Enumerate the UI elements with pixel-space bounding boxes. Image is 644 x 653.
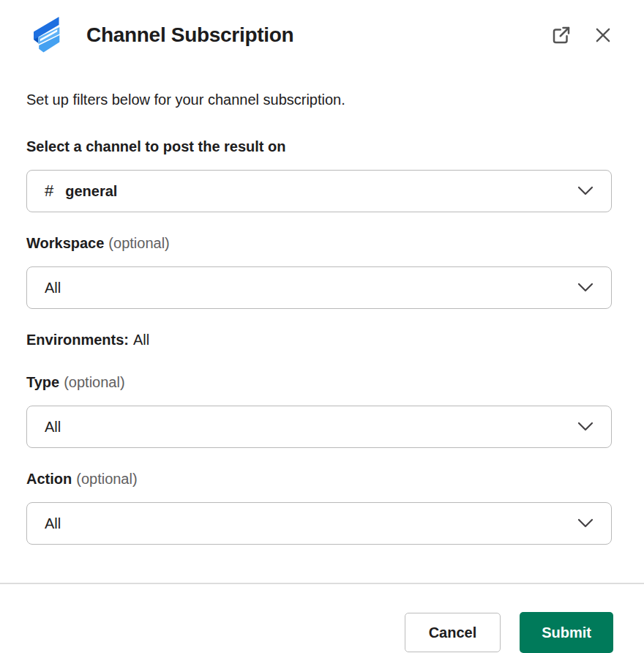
optional-hint: (optional) [64,374,124,390]
workspace-select-value: All [45,280,61,296]
app-logo-icon [26,15,63,56]
channel-subscription-modal: Channel Subscription [0,0,644,653]
close-icon [593,25,613,45]
environments-label: Environments: [26,332,129,348]
chevron-down-icon [577,518,594,529]
channel-select-value: general [65,183,117,200]
modal-body: Set up filters below for your channel su… [0,56,644,562]
header-actions [546,20,618,51]
type-field-label: Type(optional) [26,373,612,391]
description-text: Set up filters below for your channel su… [26,91,612,108]
modal-footer: Cancel Submit [0,584,644,653]
modal-header: Channel Subscription [0,0,644,56]
workspace-select[interactable]: All [26,266,612,309]
optional-hint: (optional) [76,471,137,487]
open-external-button[interactable] [546,20,577,51]
channel-hash-icon: # [45,182,53,201]
close-button[interactable] [588,20,618,50]
channel-select[interactable]: # general [26,170,612,212]
action-field-label: Action(optional) [26,470,612,488]
action-select-value: All [45,515,61,532]
environments-row: Environments:All [26,331,612,348]
channel-field-label: Select a channel to post the result on [26,138,612,155]
external-link-icon [550,24,572,46]
chevron-down-icon [577,186,594,196]
submit-button[interactable]: Submit [520,612,613,653]
action-select[interactable]: All [26,502,612,545]
type-select-value: All [45,419,61,436]
environments-value: All [133,332,149,348]
type-select[interactable]: All [26,406,612,448]
chevron-down-icon [577,283,594,293]
optional-hint: (optional) [108,235,169,251]
modal-title: Channel Subscription [86,23,293,47]
cancel-button[interactable]: Cancel [405,613,501,652]
chevron-down-icon [577,422,594,432]
workspace-field-label: Workspace(optional) [26,234,612,252]
